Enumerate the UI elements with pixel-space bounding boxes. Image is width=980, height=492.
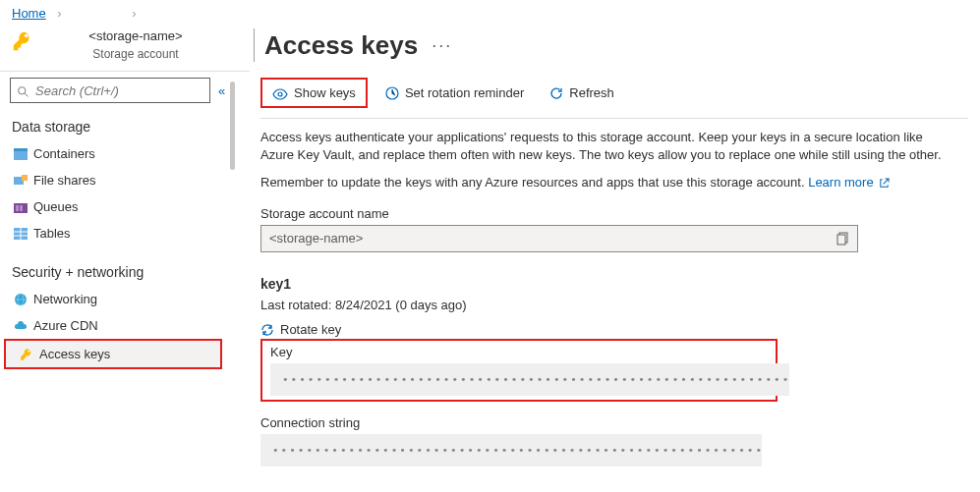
breadcrumb: Home › › (0, 0, 980, 23)
rotate-icon (260, 322, 274, 338)
globe-icon (14, 293, 33, 306)
sidebar-item-tables[interactable]: Tables (0, 220, 226, 246)
collapse-sidebar-button[interactable]: « (218, 83, 225, 98)
toolbar: Show keys Set rotation reminder Refresh (260, 76, 968, 119)
key1-heading: key1 (260, 276, 968, 292)
button-label: Set rotation reminder (405, 85, 524, 100)
queue-icon (14, 201, 33, 213)
description-2: Remember to update the keys with any Azu… (260, 174, 949, 191)
chevron-right-icon: › (57, 6, 61, 21)
show-keys-button[interactable]: Show keys (264, 82, 364, 104)
resource-name: <storage-name> (33, 28, 238, 43)
table-icon (14, 228, 33, 240)
sidebar-item-label: Networking (33, 292, 97, 306)
refresh-icon (549, 85, 563, 101)
svg-rect-2 (14, 150, 28, 160)
svg-rect-3 (14, 148, 28, 151)
svg-point-16 (278, 92, 282, 96)
sidebar-item-queues[interactable]: Queues (0, 193, 226, 220)
sidebar-item-access-keys[interactable]: Access keys (6, 341, 220, 367)
sidebar-item-label: File shares (33, 173, 96, 188)
key1-last-rotated: Last rotated: 8/24/2021 (0 days ago) (260, 298, 968, 312)
chevron-right-icon: › (132, 6, 136, 21)
description-1: Access keys authenticate your applicatio… (260, 129, 949, 164)
resource-type: Storage account (33, 47, 238, 61)
clock-icon (385, 85, 399, 101)
learn-more-link[interactable]: Learn more (808, 175, 873, 190)
highlight-key-field: Key ••••••••••••••••••••••••••••••••••••… (260, 339, 778, 402)
rotate-key-button[interactable]: Rotate key (260, 322, 968, 338)
storage-account-name-label: Storage account name (260, 206, 968, 221)
sidebar-item-label: Tables (33, 226, 71, 241)
svg-rect-19 (837, 235, 845, 245)
key-value-field: ••••••••••••••••••••••••••••••••••••••••… (270, 363, 789, 396)
connection-string-field: ••••••••••••••••••••••••••••••••••••••••… (260, 434, 762, 466)
title-divider (254, 28, 255, 62)
set-rotation-reminder-button[interactable]: Set rotation reminder (377, 82, 532, 105)
sidebar-item-label: Access keys (39, 347, 110, 361)
more-button[interactable]: ··· (432, 35, 452, 56)
sidebar-item-label: Queues (33, 199, 79, 214)
external-link-icon (879, 175, 890, 190)
copy-icon[interactable] (836, 231, 849, 246)
main-content: Show keys Set rotation reminder Refresh … (239, 72, 980, 466)
page-title: Access keys (264, 30, 418, 61)
svg-rect-8 (20, 205, 23, 211)
button-label: Refresh (569, 85, 614, 100)
connection-string-label: Connection string (260, 415, 968, 430)
storage-account-name-field: <storage-name> (260, 225, 858, 252)
search-input[interactable] (33, 82, 203, 99)
eye-icon (272, 85, 288, 100)
storage-account-name-value: <storage-name> (269, 231, 836, 246)
sidebar-section-data-storage: Data storage (0, 113, 226, 140)
key-icon (20, 348, 39, 361)
key-icon (12, 30, 33, 52)
svg-rect-5 (22, 175, 28, 181)
refresh-button[interactable]: Refresh (542, 82, 622, 105)
sidebar: « Data storage Containers File shares Qu… (0, 72, 226, 466)
sidebar-item-azure-cdn[interactable]: Azure CDN (0, 312, 226, 339)
button-label: Show keys (294, 85, 356, 100)
sidebar-item-networking[interactable]: Networking (0, 286, 226, 312)
highlight-access-keys: Access keys (4, 339, 222, 369)
sidebar-item-label: Containers (33, 146, 95, 161)
container-icon (14, 148, 33, 160)
sidebar-section-security: Security + networking (0, 258, 226, 286)
description-2-text: Remember to update the keys with any Azu… (260, 175, 808, 190)
search-icon (17, 82, 29, 97)
svg-point-0 (19, 86, 26, 93)
breadcrumb-home[interactable]: Home (12, 6, 46, 21)
svg-rect-7 (16, 205, 19, 211)
fileshare-icon (14, 175, 33, 187)
cdn-icon (14, 320, 33, 332)
svg-line-1 (25, 93, 28, 96)
rotate-key-label: Rotate key (280, 322, 341, 337)
sidebar-item-containers[interactable]: Containers (0, 140, 226, 167)
sidebar-item-label: Azure CDN (33, 318, 98, 333)
sidebar-scrollbar[interactable] (226, 72, 239, 466)
resource-header: <storage-name> Storage account (0, 23, 250, 72)
key-label: Key (270, 345, 768, 359)
sidebar-item-file-shares[interactable]: File shares (0, 167, 226, 193)
search-box[interactable] (10, 78, 210, 103)
highlight-show-keys: Show keys (260, 78, 368, 108)
